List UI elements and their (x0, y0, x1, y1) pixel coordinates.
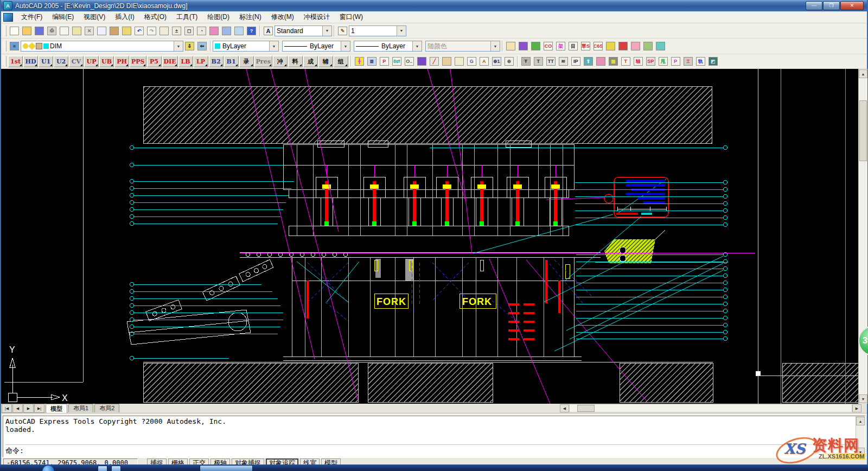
layout-tab[interactable]: 布局2 (94, 404, 119, 412)
brush-tool-icon[interactable] (604, 40, 617, 52)
make-layer-current-icon[interactable]: ⇩ (183, 40, 196, 52)
die-tool-button[interactable]: UB (99, 56, 114, 67)
pink-part-icon[interactable] (595, 55, 607, 67)
die-tool-button[interactable]: LP (194, 56, 208, 67)
close-button[interactable]: ✕ (840, 1, 864, 10)
menu-item[interactable]: 标注(N) (234, 12, 266, 22)
chevron-down-icon[interactable]: ▼ (269, 41, 278, 51)
copy-icon[interactable] (95, 25, 108, 37)
frame-tool-icon[interactable]: 架 (554, 40, 567, 52)
chevron-down-icon[interactable]: ▼ (412, 41, 422, 51)
die-tool-button[interactable]: U2 (54, 56, 68, 67)
paste-icon[interactable] (108, 25, 120, 37)
die-tool-button[interactable]: 组 (334, 56, 348, 67)
toolbar-grip[interactable] (4, 56, 7, 67)
circle-plus-icon[interactable]: ⊕ (503, 55, 515, 67)
menu-item[interactable]: 编辑(E) (47, 12, 79, 22)
menu-item[interactable]: 文件(F) (16, 12, 47, 22)
die-tool-button[interactable]: DIE (162, 56, 178, 67)
redo-icon[interactable]: ↷ (145, 25, 158, 37)
plot-style-combo[interactable]: 随颜色▼ (425, 41, 500, 52)
scrollbar-thumb[interactable] (577, 405, 595, 412)
scroll-up-icon[interactable]: ▲ (856, 417, 865, 425)
die-tool-button[interactable]: P5 (147, 56, 162, 67)
dim-8-icon[interactable]: 8⇄ (391, 55, 403, 67)
list-tool-icon[interactable]: 目 (567, 40, 579, 52)
save-icon[interactable] (33, 25, 46, 37)
punch-b-icon[interactable]: T (532, 55, 545, 67)
die-tool-button[interactable]: 录 (239, 56, 254, 67)
die-tool-button[interactable]: CV (69, 56, 84, 67)
text-style-icon[interactable]: A (262, 25, 275, 37)
menu-item[interactable]: 格式(O) (139, 12, 171, 22)
layout-tab[interactable]: 模型 (46, 404, 67, 413)
scroll-down-icon[interactable]: ▼ (856, 448, 865, 456)
purple-eraser-icon[interactable] (416, 55, 428, 67)
ip-tool-icon[interactable]: IP (570, 55, 582, 67)
pan-icon[interactable] (158, 25, 170, 37)
die-tool-button[interactable]: 料 (288, 56, 303, 67)
command-scrollbar[interactable]: ▲ ▼ (856, 416, 865, 457)
match-properties-icon[interactable] (120, 25, 133, 37)
sp-icon[interactable]: SP (644, 55, 657, 67)
eraser-icon[interactable] (517, 40, 529, 52)
new-file-icon[interactable] (8, 25, 21, 37)
dim-style-icon[interactable]: ✎ (336, 25, 349, 37)
menu-item[interactable]: 冲模设计 (299, 12, 335, 22)
plot-icon[interactable]: ⎙ (46, 25, 58, 37)
document-icon[interactable] (3, 13, 13, 22)
chevron-down-icon[interactable]: ▼ (490, 41, 500, 51)
point-xy-icon[interactable]: P (378, 55, 391, 67)
zoom-realtime-icon[interactable]: ± (170, 25, 183, 37)
layer-manager-icon[interactable]: ≡ (8, 40, 21, 52)
windows-taskbar[interactable] (0, 464, 868, 471)
chevron-down-icon[interactable]: ▼ (174, 41, 183, 51)
dim-o-icon[interactable]: O.. (403, 55, 416, 67)
chevron-down-icon[interactable]: ▼ (322, 26, 331, 36)
scroll-down-icon[interactable]: ▼ (859, 394, 867, 403)
pencil-a-icon[interactable]: A (478, 55, 490, 67)
layout-tab[interactable]: 布局1 (68, 404, 93, 412)
sheet-stack-icon[interactable] (654, 40, 667, 52)
block-icon[interactable]: ▦ (607, 55, 620, 67)
help-icon[interactable]: ? (245, 25, 258, 37)
menu-item[interactable]: 修改(M) (266, 12, 299, 22)
menu-item[interactable]: 工具(T) (171, 12, 202, 22)
g-tool-icon[interactable]: G (465, 55, 478, 67)
color-palette-icon[interactable] (617, 40, 629, 52)
red-pencil-icon[interactable]: ╱ (428, 55, 441, 67)
die-tool-button[interactable]: B1 (224, 56, 239, 67)
c6s-icon[interactable]: C6S (592, 40, 604, 52)
die-tool-button[interactable]: PH (114, 56, 129, 67)
minimize-button[interactable]: — (806, 1, 822, 10)
color-combo[interactable]: ByLayer▼ (213, 41, 279, 52)
toolbar-grip[interactable] (4, 41, 7, 52)
punch-pair-icon[interactable]: TT (545, 55, 557, 67)
tab-next-icon[interactable]: ▶ (23, 404, 34, 413)
guide-icon[interactable]: 甩 (657, 55, 669, 67)
layer-stack-icon[interactable] (529, 40, 542, 52)
menu-item[interactable]: 窗口(W) (335, 12, 368, 22)
command-prompt[interactable]: 命令: (5, 444, 853, 456)
tab-last-icon[interactable]: ▶| (34, 404, 44, 413)
scroll-left-icon[interactable]: ◀ (560, 404, 569, 412)
maximize-button[interactable]: ❐ (823, 1, 840, 10)
folder-red-icon[interactable] (441, 55, 453, 67)
tab-first-icon[interactable]: |◀ (2, 404, 12, 413)
die-tool-button[interactable]: Pres (254, 56, 272, 67)
horizontal-scrollbar[interactable]: ◀ ▶ (560, 405, 861, 412)
dim-style-combo[interactable]: 1▼ (349, 26, 406, 36)
lift-icon[interactable]: ⬆ (582, 55, 595, 67)
die-tool-button[interactable]: UP (84, 56, 99, 67)
zoom-window-icon[interactable]: ◻ (183, 25, 195, 37)
single-s-icon[interactable]: 單S (579, 40, 592, 52)
die-tool-button[interactable]: B2 (209, 56, 224, 67)
designcenter-icon[interactable] (220, 25, 233, 37)
rail-icon[interactable]: 轨 (694, 55, 707, 67)
hatch-part-icon[interactable]: ◩ (707, 55, 719, 67)
toolbar-grip[interactable] (4, 26, 7, 36)
die-tool-button[interactable]: LB (178, 56, 193, 67)
lineweight-combo[interactable]: ByLayer▼ (354, 41, 422, 52)
taskbar-icon[interactable] (98, 466, 107, 471)
spring-red-icon[interactable]: Ξ (682, 55, 694, 67)
